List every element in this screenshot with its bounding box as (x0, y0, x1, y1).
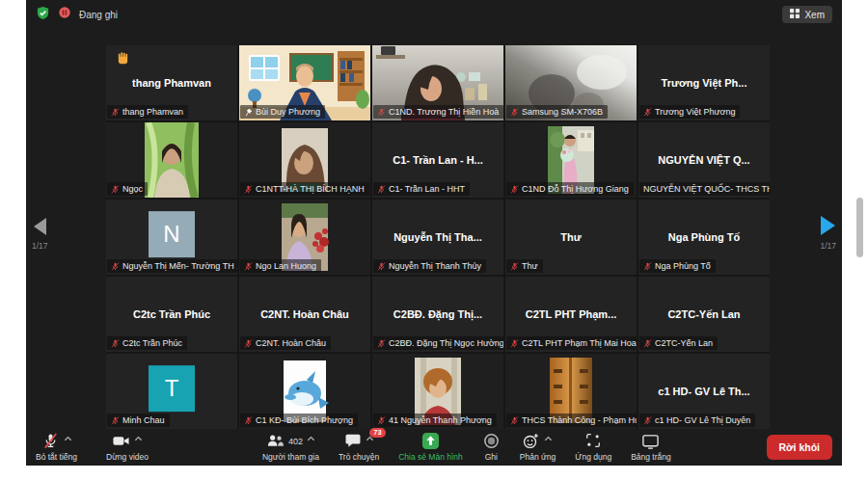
participant-name-label: C2TL PHT Phạm Thị Mai Hoa (506, 336, 637, 350)
mic-muted-icon (111, 416, 120, 425)
toolbar-whiteboard-button[interactable]: Bảng trắng (631, 433, 671, 462)
toolbar-item-label: Phản ứng (520, 452, 556, 462)
participant-tile[interactable]: TMinh Chau (106, 354, 237, 429)
toolbar-left-group: Bỏ tắt tiếngDừng video (36, 433, 149, 462)
toolbar-item-label: Ghi (485, 452, 498, 462)
people-icon (266, 432, 285, 452)
next-arrow-icon[interactable] (821, 216, 835, 235)
participant-tile[interactable]: C2BĐ. Đặng Thị...C2BĐ. Đặng Thị Ngọc Hườ… (372, 277, 503, 352)
apps-icon (584, 432, 602, 451)
participant-tile[interactable]: NGUYỄN VIỆT Q...NGUYỄN VIỆT QUỐC- THCS T… (638, 122, 770, 198)
participant-name-text: C1ND. Trương Thị Hiền Hoà (389, 107, 499, 117)
scrollbar-thumb[interactable] (856, 198, 863, 257)
participant-tile[interactable]: C1ND. Trương Thị Hiền Hoà (372, 45, 503, 120)
toolbar-mute-button[interactable]: Bỏ tắt tiếng (36, 433, 77, 462)
participant-name-text: Ngọc (122, 184, 143, 194)
participant-name-label: Ngọc (107, 182, 148, 196)
participant-name-label: C2NT. Hoàn Châu (240, 336, 331, 350)
toolbar-video-button[interactable]: Dừng video (106, 433, 149, 462)
toolbar-center-group: 402Người tham gia73Trò chuyệnChia sẻ Màn… (262, 433, 671, 462)
toolbar-apps-button[interactable]: Ứng dụng (575, 433, 611, 462)
mic-muted-icon (41, 432, 60, 452)
participant-name-text: C1ND Đỗ Thị Hương Giang (522, 184, 629, 194)
recording-pause-icon[interactable] (58, 6, 71, 23)
recording-label: Đang ghi (79, 10, 118, 20)
camera-icon (112, 432, 130, 452)
participant-name-label: Nga Phùng Tố (639, 259, 716, 273)
page-indicator-right: 1/17 (820, 241, 836, 251)
chevron-up-icon[interactable] (307, 436, 315, 441)
toolbar-share-button[interactable]: Chia sẻ Màn hình (398, 433, 463, 462)
participant-tile[interactable]: Bùi Duy Phương (239, 45, 370, 120)
mic-muted-icon (377, 262, 386, 271)
participant-tile[interactable]: Nguyễn Thị Tha...Nguyễn Thị Thanh Thủy (372, 200, 503, 275)
participant-tile[interactable]: thang Phamvanthang Phamvan (106, 45, 237, 120)
share-icon (421, 432, 440, 452)
participant-tile[interactable]: Ngọc (106, 122, 237, 198)
participant-tile[interactable]: NNguyễn Thị Mến- Trường TH ... (106, 200, 237, 275)
participant-tile[interactable]: C1NTT-HÀ THỊ BÍCH HẠNH (239, 122, 370, 198)
participant-tile[interactable]: C1- Trần Lan - H...C1- Trần Lan - HHT (372, 122, 503, 198)
toolbar-item-label: Bỏ tắt tiếng (36, 452, 77, 462)
prev-arrow-icon[interactable] (34, 218, 46, 235)
gallery-next[interactable]: 1/17 (820, 216, 836, 251)
participant-tile[interactable]: C1ND Đỗ Thị Hương Giang (505, 122, 637, 198)
mic-muted-icon (377, 339, 386, 348)
toolbar-participants-button[interactable]: 402Người tham gia (262, 433, 319, 462)
participant-name-label: Trương Việt Phương (639, 105, 740, 119)
participant-name-label: thang Phamvan (107, 105, 188, 119)
toolbar-item-label: Trò chuyện (339, 452, 379, 462)
participant-name-text: C1 KĐ- Bùi Bích Phượng (256, 415, 353, 425)
toolbar-chat-button[interactable]: 73Trò chuyện (339, 433, 379, 462)
participant-tile[interactable]: C2NT. Hoàn ChâuC2NT. Hoàn Châu (239, 277, 370, 352)
mic-muted-icon (643, 339, 652, 348)
participant-tile[interactable]: THCS Thành Công - Phạm Huế (505, 354, 637, 429)
participant-name-text: THCS Thành Công - Phạm Huế (522, 415, 637, 425)
participant-name-text: Samsung SM-X706B (522, 107, 603, 117)
participant-name-text: Nguyễn Thị Thanh Thủy (389, 261, 481, 271)
participant-tile[interactable]: 41 Nguyễn Thanh Phương (372, 354, 503, 429)
chat-unread-badge: 73 (369, 428, 385, 438)
avatar: T (149, 365, 195, 412)
grid-view-icon (790, 9, 800, 20)
participant-tile[interactable]: Trương Việt Ph...Trương Việt Phương (638, 45, 770, 120)
participant-tile[interactable]: C1 KĐ- Bùi Bích Phượng (239, 354, 370, 429)
chevron-up-icon[interactable] (64, 436, 72, 441)
gallery-prev[interactable]: 1/17 (32, 218, 48, 251)
chevron-up-icon[interactable] (544, 436, 553, 441)
chevron-up-icon[interactable] (134, 436, 143, 441)
toolbar-reactions-button[interactable]: Phản ứng (520, 433, 556, 462)
mic-muted-icon (510, 108, 519, 117)
view-button[interactable]: Xem (782, 6, 832, 23)
mic-muted-icon (244, 262, 253, 271)
participant-name-label: 41 Nguyễn Thanh Phương (373, 413, 497, 427)
record-icon (482, 432, 501, 452)
participant-tile[interactable]: Ngo Lan Huong (239, 200, 370, 275)
pin-icon (244, 108, 253, 117)
participant-tile[interactable]: c1 HD- GV Lê Th...c1 HD- GV Lê Thị Duyên (638, 354, 770, 429)
participant-tile[interactable]: Samsung SM-X706B (505, 45, 637, 120)
participant-tile[interactable]: C2TC-Yến LanC2TC-Yến Lan (638, 277, 770, 352)
participant-name-text: C1- Trần Lan - HHT (389, 184, 465, 194)
participant-name-text: C2NT. Hoàn Châu (256, 338, 326, 348)
participant-tile[interactable]: Nga Phùng TốNga Phùng Tố (638, 200, 770, 275)
participant-name-text: C2TC-Yến Lan (655, 338, 713, 348)
toolbar-record-button[interactable]: Ghi (482, 433, 501, 462)
participant-name-label: Bùi Duy Phương (240, 105, 325, 119)
participant-name-text: Ngo Lan Huong (256, 261, 316, 271)
participant-tile[interactable]: C2tc Trần PhúcC2tc Trần Phúc (106, 277, 237, 352)
recording-indicator[interactable]: Đang ghi (36, 6, 118, 24)
mic-muted-icon (643, 262, 652, 271)
toolbar-item-label: Ứng dụng (575, 452, 611, 462)
mic-muted-icon (510, 416, 519, 425)
leave-button[interactable]: Rời khỏi (767, 435, 832, 460)
participant-tile[interactable]: C2TL PHT Phạm...C2TL PHT Phạm Thị Mai Ho… (505, 277, 637, 352)
participant-name-text: NGUYỄN VIỆT QUỐC- THCS THỐ... (643, 184, 770, 194)
participant-name-label: C1ND Đỗ Thị Hương Giang (506, 182, 634, 196)
chat-icon (344, 432, 362, 451)
mic-muted-icon (244, 339, 253, 348)
participant-tile[interactable]: ThưThư (505, 200, 637, 275)
toolbar-item-label: Chia sẻ Màn hình (398, 452, 463, 462)
participant-name-label: Nguyễn Thị Mến- Trường TH ... (107, 259, 237, 273)
participant-name-label: c1 HD- GV Lê Thị Duyên (639, 413, 755, 427)
